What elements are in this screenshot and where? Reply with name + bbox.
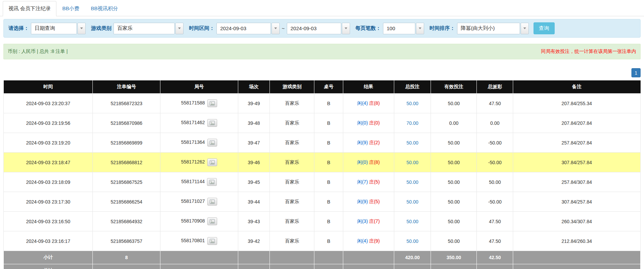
table-body: 2024-09-03 23:20:37 521856872323 5581715…	[4, 94, 641, 251]
page-button-1[interactable]: 1	[631, 68, 641, 77]
empty-cell	[513, 251, 641, 264]
bet-records-table: 时间 注单编号 局号 场次 游戏类别 桌号 结果 总投注 有效投注 总派彩 备注…	[3, 80, 641, 269]
table-row[interactable]: 2024-09-03 23:16:50 521856864932 5581709…	[4, 212, 641, 231]
tab-video-bet-records[interactable]: 视讯 会员下注纪录	[3, 1, 56, 16]
total-bet-link[interactable]: 50.00	[406, 101, 418, 106]
round-cell: 558171262	[160, 153, 238, 172]
empty-cell	[343, 264, 394, 269]
round-id: 558171262	[181, 159, 205, 165]
total-bet-link[interactable]: 70.00	[406, 120, 418, 126]
empty-cell	[160, 251, 238, 264]
result-player: 闲(9)	[357, 140, 368, 145]
tab-bb-tips[interactable]: BB小费	[56, 1, 85, 16]
query-type-select[interactable]: 日期查询	[31, 23, 86, 34]
payout-cell: 47.50	[477, 212, 513, 231]
round-id: 558171144	[181, 179, 205, 184]
game-type-cell: 百家乐	[270, 133, 314, 153]
table-no-cell: B	[314, 212, 343, 231]
total-valid-bet: 350.00	[431, 264, 477, 269]
valid-bet-cell: 50.00	[431, 192, 477, 212]
video-replay-icon-button[interactable]	[207, 178, 217, 186]
chevron-down-icon[interactable]	[416, 23, 424, 34]
total-bet-cell: 50.00	[394, 172, 431, 192]
search-button[interactable]: 查询	[534, 22, 555, 34]
chevron-down-icon[interactable]	[175, 23, 184, 34]
video-replay-icon-button[interactable]	[207, 217, 217, 225]
total-bet-link[interactable]: 50.00	[406, 238, 418, 244]
subtotal-total-bet: 420.00	[394, 251, 431, 264]
total-bet-cell: 50.00	[394, 231, 431, 251]
video-replay-icon-button[interactable]	[207, 139, 217, 147]
table-row[interactable]: 2024-09-03 23:19:20 521856869899 5581713…	[4, 133, 641, 153]
page-size-label: 每页笔数：	[355, 25, 381, 32]
sort-order-value: 降冪(由大到小)	[457, 23, 520, 34]
session-cell: 39-45	[238, 172, 270, 192]
time-cell: 2024-09-03 23:18:47	[4, 153, 93, 172]
result-cell: 闲(7) 庄(5)	[343, 172, 394, 192]
table-no-cell: B	[314, 231, 343, 251]
chevron-down-icon[interactable]	[521, 23, 529, 34]
valid-bet-cell: 50.00	[431, 231, 477, 251]
video-replay-icon	[210, 219, 215, 224]
caret-icon	[419, 27, 421, 29]
tab-bb-video-points[interactable]: BB视讯积分	[85, 1, 124, 16]
chevron-down-icon[interactable]	[77, 23, 86, 34]
summary-bar: 币别 : 人民币 | 总共 :8 注单 | 同局有效投注，统一计算在该局第一张注…	[3, 44, 641, 59]
round-cell: 558171364	[160, 133, 238, 153]
valid-bet-cell: 50.00	[431, 212, 477, 231]
total-count: 8	[93, 264, 160, 269]
table-row[interactable]: 2024-09-03 23:18:09 521856867525 5581711…	[4, 172, 641, 192]
total-bet-link[interactable]: 50.00	[406, 140, 418, 146]
video-replay-icon-button[interactable]	[207, 198, 217, 206]
total-bet-link[interactable]: 50.00	[406, 160, 418, 165]
video-replay-icon-button[interactable]	[207, 158, 217, 166]
table-row[interactable]: 2024-09-03 23:16:17 521856863757 5581708…	[4, 231, 641, 251]
video-replay-icon-button[interactable]	[207, 119, 217, 127]
valid-bet-cell: 50.00	[431, 133, 477, 153]
result-player: 闲(9)	[357, 199, 368, 204]
empty-cell	[238, 264, 270, 269]
chevron-down-icon[interactable]	[342, 23, 350, 34]
total-bet-link[interactable]: 50.00	[406, 199, 418, 205]
col-header-time: 时间	[4, 80, 93, 94]
session-cell: 39-42	[238, 231, 270, 251]
table-row[interactable]: 2024-09-03 23:17:30 521856866254 5581710…	[4, 192, 641, 212]
caret-icon	[274, 27, 277, 29]
page-size-select[interactable]: 100	[383, 23, 424, 34]
col-header-payout: 总派彩	[477, 80, 513, 94]
col-header-session: 场次	[238, 80, 270, 94]
currency-summary: 币别 : 人民币 | 总共 :8 注单 |	[8, 49, 68, 55]
video-replay-icon-button[interactable]	[207, 99, 217, 107]
date-from-select[interactable]: 2024-09-03	[216, 23, 280, 34]
col-header-round-id: 局号	[160, 80, 238, 94]
video-replay-icon	[209, 180, 214, 184]
chevron-down-icon[interactable]	[272, 23, 280, 34]
game-type-cell: 百家乐	[270, 172, 314, 192]
session-cell: 39-47	[238, 133, 270, 153]
game-type-select[interactable]: 百家乐	[114, 23, 184, 34]
result-player: 闲(0)	[357, 120, 368, 126]
result-banker: 庄(7)	[369, 218, 380, 224]
table-row[interactable]: 2024-09-03 23:19:56 521856870986 5581714…	[4, 113, 641, 133]
date-to-select[interactable]: 2024-09-03	[287, 23, 350, 34]
session-cell: 39-43	[238, 212, 270, 231]
table-row[interactable]: 2024-09-03 23:18:47 521856868812 5581712…	[4, 153, 641, 172]
sort-order-select[interactable]: 降冪(由大到小)	[457, 23, 529, 34]
col-header-total-bet: 总投注	[394, 80, 431, 94]
table-row[interactable]: 2024-09-03 23:20:37 521856872323 5581715…	[4, 94, 641, 113]
page-size-value: 100	[383, 23, 415, 34]
table-no-cell: B	[314, 153, 343, 172]
bet-id-cell: 521856868812	[93, 153, 160, 172]
subtotal-label: 小计	[4, 251, 93, 264]
total-bet-link[interactable]: 50.00	[406, 179, 418, 185]
empty-cell	[270, 264, 314, 269]
caret-icon	[523, 27, 526, 29]
table-no-cell: B	[314, 192, 343, 212]
empty-cell	[270, 251, 314, 264]
col-header-valid-bet: 有效投注	[431, 80, 477, 94]
round-cell: 558171588	[160, 94, 238, 113]
game-type-cell: 百家乐	[270, 153, 314, 172]
total-total-bet: 420.00	[394, 264, 431, 269]
total-bet-link[interactable]: 50.00	[406, 219, 418, 224]
video-replay-icon-button[interactable]	[207, 237, 217, 245]
